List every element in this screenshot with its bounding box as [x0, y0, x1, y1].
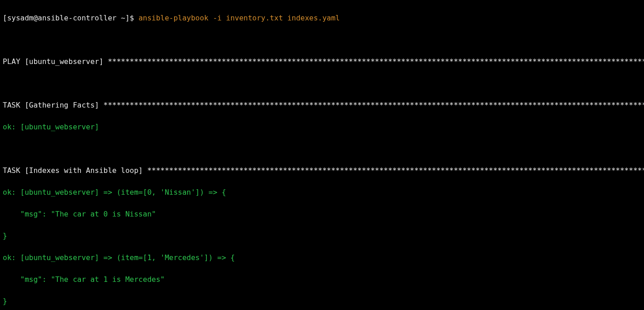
loop-item-msg: "msg": "The car at 0 is Nissan" — [3, 209, 641, 220]
loop-item-brace: } — [3, 231, 641, 241]
play-stars: ****************************************… — [108, 57, 644, 66]
task-facts-header: TASK [Gathering Facts] *****************… — [3, 100, 641, 111]
play-label: PLAY [ubuntu_webserver] — [3, 57, 108, 66]
blank-line — [3, 143, 641, 154]
blank-line — [3, 78, 641, 89]
prompt-line: [sysadm@ansible-controller ~]$ ansible-p… — [3, 13, 641, 24]
terminal-output[interactable]: [sysadm@ansible-controller ~]$ ansible-p… — [0, 0, 644, 310]
blank-line — [3, 34, 641, 45]
task-facts-stars: ****************************************… — [104, 101, 644, 109]
shell-command: ansible-playbook -i inventory.txt indexe… — [139, 14, 340, 22]
task-loop-label: TASK [Indexes with Ansible loop] — [3, 166, 147, 175]
loop-item-brace: } — [3, 296, 641, 307]
task-loop-header: TASK [Indexes with Ansible loop] *******… — [3, 165, 641, 176]
shell-prompt: [sysadm@ansible-controller ~]$ — [3, 14, 139, 22]
task-loop-stars: ****************************************… — [147, 166, 644, 175]
loop-item-head: ok: [ubuntu_webserver] => (item=[1, 'Mer… — [3, 252, 641, 263]
loop-item-head: ok: [ubuntu_webserver] => (item=[0, 'Nis… — [3, 187, 641, 198]
loop-item-msg: "msg": "The car at 1 is Mercedes" — [3, 274, 641, 285]
task-facts-label: TASK [Gathering Facts] — [3, 101, 104, 109]
play-header-line: PLAY [ubuntu_webserver] ****************… — [3, 56, 641, 67]
task-facts-ok: ok: [ubuntu_webserver] — [3, 122, 641, 133]
